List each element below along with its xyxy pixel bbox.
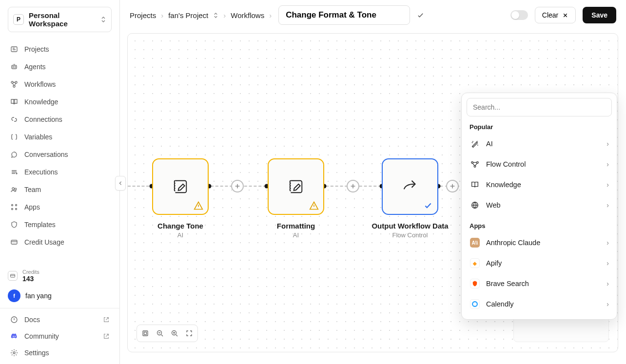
- gear-icon: [10, 348, 19, 357]
- svg-rect-19: [144, 332, 147, 335]
- add-node-button[interactable]: [231, 180, 244, 192]
- collapse-sidebar-button[interactable]: [115, 176, 126, 191]
- edge: [128, 186, 149, 187]
- sidebar-item-templates[interactable]: Templates: [4, 216, 116, 233]
- popover-item-ai[interactable]: AI ›: [467, 134, 612, 154]
- team-icon: [10, 185, 19, 194]
- workflows-icon: [10, 80, 19, 89]
- item-label: Flow Control: [486, 160, 601, 168]
- chevron-right-icon: ›: [223, 11, 226, 19]
- popover-item-calendly[interactable]: Calendly ›: [467, 294, 612, 314]
- item-label: Web: [486, 201, 601, 209]
- variables-icon: [10, 133, 19, 141]
- sidebar-item-agents[interactable]: Agents: [4, 58, 116, 75]
- sidebar-item-variables[interactable]: Variables: [4, 129, 116, 145]
- crumb-workflows[interactable]: Workflows: [231, 11, 264, 19]
- node-box[interactable]: [152, 158, 209, 215]
- sidebar-item-label: Projects: [24, 45, 49, 53]
- popover-item-knowledge[interactable]: Knowledge ›: [467, 174, 612, 195]
- svg-rect-14: [11, 240, 17, 244]
- globe-icon: [470, 200, 480, 211]
- chevron-right-icon: ›: [606, 181, 609, 189]
- connections-icon: [10, 115, 19, 124]
- anthropic-icon: A\\: [470, 237, 480, 248]
- zoom-in-button[interactable]: [168, 327, 181, 340]
- sidebar-item-docs[interactable]: Docs: [4, 311, 116, 328]
- clear-button[interactable]: Clear: [535, 7, 576, 23]
- popover-item-apify[interactable]: ◆ Apify ›: [467, 253, 612, 273]
- sidebar-item-label: Community: [24, 332, 59, 340]
- sidebar-item-credit-usage[interactable]: Credit Usage: [4, 234, 116, 250]
- sidebar-item-label: Apps: [24, 203, 40, 211]
- credits-value: 143: [22, 275, 39, 283]
- item-label: AI: [486, 140, 601, 148]
- save-button[interactable]: Save: [583, 7, 616, 23]
- fit-view-button[interactable]: [139, 327, 152, 340]
- node-change-tone[interactable]: Change Tone AI: [152, 158, 209, 239]
- button-label: Clear: [542, 11, 558, 19]
- fullscreen-button[interactable]: [183, 327, 196, 340]
- node-box[interactable]: [382, 158, 438, 215]
- calendly-icon: [470, 299, 480, 309]
- popover-item-brave[interactable]: Brave Search ›: [467, 273, 612, 294]
- svg-point-5: [15, 81, 17, 83]
- user-menu[interactable]: f fan yang: [8, 289, 112, 302]
- enable-toggle[interactable]: [510, 10, 528, 20]
- apify-icon: ◆: [470, 258, 480, 268]
- sidebar-item-workflows[interactable]: Workflows: [4, 76, 116, 93]
- node-box[interactable]: [268, 158, 324, 215]
- svg-point-2: [13, 67, 14, 68]
- knowledge-icon: [10, 97, 19, 106]
- templates-icon: [10, 220, 19, 229]
- node-formatting[interactable]: Formatting AI: [268, 158, 324, 239]
- chevron-right-icon: ›: [606, 280, 609, 287]
- crumb-project[interactable]: fan's Project: [168, 11, 208, 19]
- add-node-button[interactable]: [347, 180, 359, 192]
- sidebar-item-projects[interactable]: Projects: [4, 41, 116, 57]
- docs-icon: [10, 315, 19, 324]
- popover-item-anthropic[interactable]: A\\ Anthropic Claude ›: [467, 232, 612, 253]
- sidebar-item-knowledge[interactable]: Knowledge: [4, 94, 116, 110]
- sidebar-nav: Projects Agents Workflows Knowledge Conn…: [0, 39, 119, 252]
- view-tools: [137, 325, 198, 342]
- svg-point-11: [16, 205, 17, 206]
- apps-icon: [10, 203, 19, 211]
- workspace-selector[interactable]: P Personal Workspace: [8, 7, 112, 32]
- sidebar-item-conversations[interactable]: Conversations: [4, 146, 116, 163]
- sidebar-item-executions[interactable]: Executions: [4, 164, 116, 180]
- workflow-title-input[interactable]: [278, 5, 410, 25]
- credits-display[interactable]: Credits 143: [8, 269, 112, 283]
- projects-icon: [10, 45, 19, 54]
- sidebar-item-label: Team: [24, 186, 41, 193]
- sidebar-item-apps[interactable]: Apps: [4, 199, 116, 215]
- add-node-button[interactable]: [446, 180, 459, 192]
- popover-item-flow-control[interactable]: Flow Control ›: [467, 154, 612, 174]
- popover-item-web[interactable]: Web ›: [467, 195, 612, 215]
- item-label: Anthropic Claude: [486, 239, 601, 247]
- executions-icon: [10, 168, 19, 176]
- node-output-workflow-data[interactable]: Output Workflow Data Flow Control: [382, 158, 438, 239]
- sidebar-item-team[interactable]: Team: [4, 181, 116, 198]
- sidebar-item-settings[interactable]: Settings: [4, 345, 116, 361]
- sidebar: P Personal Workspace Projects Agents Wor…: [0, 0, 120, 364]
- notepad-icon: [286, 176, 306, 197]
- user-name: fan yang: [25, 292, 52, 300]
- credit-card-icon: [8, 271, 18, 281]
- svg-point-13: [16, 209, 17, 210]
- check-icon: [417, 12, 424, 19]
- sidebar-item-community[interactable]: Community: [4, 328, 116, 345]
- agents-icon: [10, 62, 19, 71]
- credit-usage-icon: [10, 238, 19, 247]
- search-input[interactable]: [467, 98, 612, 116]
- zoom-out-button[interactable]: [154, 327, 166, 340]
- crumb-projects[interactable]: Projects: [130, 11, 156, 19]
- chevron-right-icon: ›: [606, 259, 609, 267]
- node-title: Formatting: [268, 222, 324, 230]
- chevron-updown-icon[interactable]: [213, 12, 218, 19]
- sidebar-item-label: Connections: [24, 115, 62, 123]
- svg-rect-1: [12, 65, 17, 69]
- arrow-right-icon: [400, 176, 420, 197]
- section-title: Popular: [470, 123, 609, 131]
- sidebar-item-connections[interactable]: Connections: [4, 111, 116, 128]
- chevron-updown-icon: [100, 16, 106, 23]
